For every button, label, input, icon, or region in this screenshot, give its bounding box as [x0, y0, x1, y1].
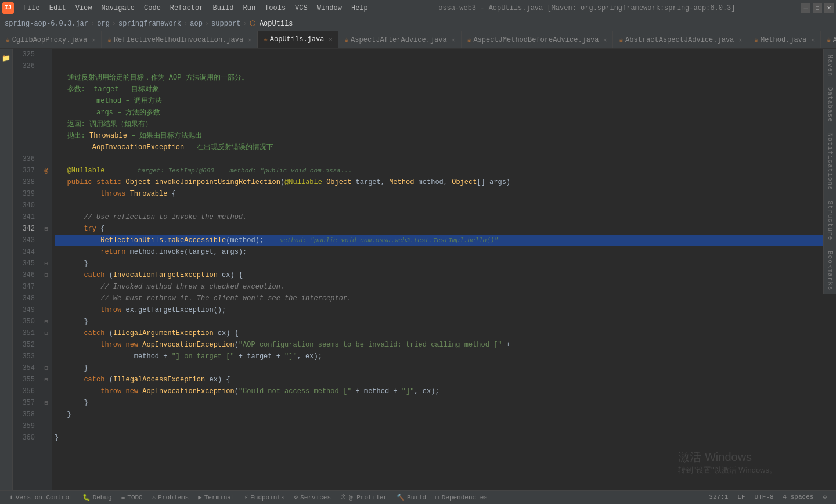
- code-line-doc4: args – 方法的参数: [55, 107, 823, 118]
- fold-end-try[interactable]: ⊟: [41, 258, 52, 269]
- code-line-338: public static Object invokeJoinpointUsin…: [55, 177, 823, 188]
- line-num-326: 326: [13, 60, 37, 72]
- tab-abstract[interactable]: ☕ AbstractAspectJAdvice.java ✕: [613, 31, 748, 48]
- build-icon: 🔨: [397, 494, 405, 501]
- status-debug[interactable]: 🐛 Debug: [78, 491, 117, 504]
- tab-aspe[interactable]: ☕ Aspe... ✕: [821, 31, 836, 48]
- menu-view[interactable]: View: [71, 0, 97, 16]
- fold-catch1[interactable]: ⊟: [41, 269, 52, 281]
- code-line-348: // We must rethrow it. The client won't …: [55, 293, 823, 304]
- tab-close-icon2[interactable]: ✕: [248, 37, 251, 44]
- tab-aoputils[interactable]: ☕ AopUtils.java ✕: [258, 31, 338, 48]
- status-profiler[interactable]: ⏱ @ Profiler: [336, 491, 392, 504]
- line-num-343: 343: [13, 235, 37, 246]
- fold-end-catch2[interactable]: ⊟: [41, 362, 52, 374]
- line-num-336: 336: [13, 153, 37, 165]
- window-controls: ─ □ ✕: [801, 3, 834, 13]
- status-endpoints[interactable]: ⚡ Endpoints: [240, 491, 290, 504]
- menu-run[interactable]: Run: [238, 0, 260, 16]
- fold-catch3[interactable]: ⊟: [41, 374, 52, 386]
- watermark-text: 激活 Windows 转到"设置"以激活 Windows。: [678, 449, 777, 476]
- todo-label: TODO: [127, 494, 142, 501]
- tab-close-icon7[interactable]: ✕: [811, 37, 815, 44]
- services-icon: ⚙: [294, 494, 298, 501]
- status-git-icon[interactable]: ⚙: [818, 494, 831, 501]
- status-bar: ⬆ Version Control 🐛 Debug ≡ TODO ⚠ Probl…: [0, 490, 836, 504]
- bookmarks-label[interactable]: Bookmarks: [827, 247, 834, 294]
- code-line-doc6: 抛出: Throwable – 如果由目标方法抛出: [55, 130, 823, 142]
- tab-close-icon3[interactable]: ✕: [329, 36, 332, 43]
- line-num-338: 338: [13, 177, 37, 188]
- code-line-doc5: 返回: 调用结果（如果有）: [55, 118, 823, 130]
- fold-end-catch1[interactable]: ⊟: [41, 316, 52, 327]
- fold-end-catch3[interactable]: ⊟: [41, 397, 52, 409]
- status-problems[interactable]: ⚠ Problems: [147, 491, 193, 504]
- fold-try[interactable]: ⊟: [41, 223, 52, 235]
- menu-refactor[interactable]: Refactor: [165, 0, 208, 16]
- status-build[interactable]: 🔨 Build: [392, 491, 431, 504]
- watermark-line2: 转到"设置"以激活 Windows。: [678, 465, 777, 476]
- line-num-344: 344: [13, 246, 37, 258]
- close-button[interactable]: ✕: [824, 3, 834, 13]
- menu-navigate[interactable]: Navigate: [96, 0, 139, 16]
- tab-close-icon4[interactable]: ✕: [452, 37, 455, 44]
- code-line-354: }: [55, 362, 823, 374]
- menu-window[interactable]: Window: [312, 0, 347, 16]
- code-line-360: }: [55, 432, 823, 444]
- menu-help[interactable]: Help: [347, 0, 373, 16]
- status-line-ending[interactable]: LF: [733, 494, 749, 501]
- version-control-label: Version Control: [16, 494, 73, 501]
- status-dependencies[interactable]: ◻ Dependencies: [431, 491, 492, 504]
- status-services[interactable]: ⚙ Services: [290, 491, 336, 504]
- line-num-348: 348: [13, 293, 37, 304]
- line-num-340: 340: [13, 200, 37, 211]
- tab-method[interactable]: ☕ Method.java ✕: [748, 31, 821, 48]
- code-line-359: [55, 420, 823, 432]
- line-num-353: 353: [13, 351, 37, 362]
- structure-label[interactable]: Structure: [827, 197, 834, 244]
- tab-close-icon6[interactable]: ✕: [738, 37, 742, 44]
- status-version-control[interactable]: ⬆ Version Control: [5, 491, 78, 504]
- line-num-357: 357: [13, 397, 37, 409]
- git-icon: ⚙: [823, 494, 827, 501]
- menu-vcs[interactable]: VCS: [290, 0, 312, 16]
- line-num-355: 355: [13, 374, 37, 386]
- code-scroll[interactable]: 325 326 336 337 338 339 340 341: [13, 49, 823, 490]
- status-encoding[interactable]: UTF-8: [750, 494, 779, 501]
- tab-close-icon5[interactable]: ✕: [603, 37, 607, 44]
- tab-before[interactable]: ☕ AspectJMethodBeforeAdvice.java ✕: [462, 31, 614, 48]
- tab-after[interactable]: ☕ AspectJAfterAdvice.java ✕: [338, 31, 461, 48]
- tab-cglib[interactable]: ☕ CglibAopProxy.java ✕: [0, 31, 102, 48]
- status-terminal[interactable]: ▶ Terminal: [193, 491, 239, 504]
- status-todo[interactable]: ≡ TODO: [117, 491, 147, 504]
- java-icon: ☕: [6, 36, 10, 44]
- bc-springframework[interactable]: springframework: [118, 20, 181, 28]
- tab-reflective[interactable]: ☕ ReflectiveMethodInvocation.java ✕: [102, 31, 258, 48]
- bc-aoputils[interactable]: ⬡ AopUtils: [250, 19, 293, 28]
- menu-edit[interactable]: Edit: [45, 0, 71, 16]
- menu-code[interactable]: Code: [139, 0, 165, 16]
- menu-file[interactable]: File: [19, 0, 45, 16]
- maximize-button[interactable]: □: [813, 3, 822, 13]
- bc-aop[interactable]: aop: [190, 20, 203, 28]
- maven-label[interactable]: Maven: [827, 51, 834, 80]
- bc-jar[interactable]: spring-aop-6.0.3.jar: [5, 20, 88, 28]
- tab-label: CglibAopProxy.java: [12, 36, 88, 44]
- menu-build[interactable]: Build: [208, 0, 238, 16]
- line-num-doc2: [13, 84, 37, 95]
- code-line-353: method + "] on target [" + target + "]",…: [55, 351, 823, 362]
- notifications-label[interactable]: Notifications: [827, 129, 834, 194]
- fold-catch2[interactable]: ⊟: [41, 327, 52, 339]
- status-position[interactable]: 327:1: [704, 494, 733, 501]
- database-label[interactable]: Database: [827, 84, 834, 126]
- bc-support[interactable]: support: [211, 20, 240, 28]
- debug-icon: 🐛: [82, 494, 91, 501]
- line-num-341: 341: [13, 211, 37, 223]
- bc-org[interactable]: org: [97, 20, 110, 28]
- line-num-346: 346: [13, 269, 37, 281]
- project-icon[interactable]: 📁: [0, 51, 13, 65]
- menu-tools[interactable]: Tools: [260, 0, 290, 16]
- tab-close-icon[interactable]: ✕: [92, 37, 95, 44]
- minimize-button[interactable]: ─: [801, 3, 810, 13]
- status-indent[interactable]: 4 spaces: [779, 494, 819, 501]
